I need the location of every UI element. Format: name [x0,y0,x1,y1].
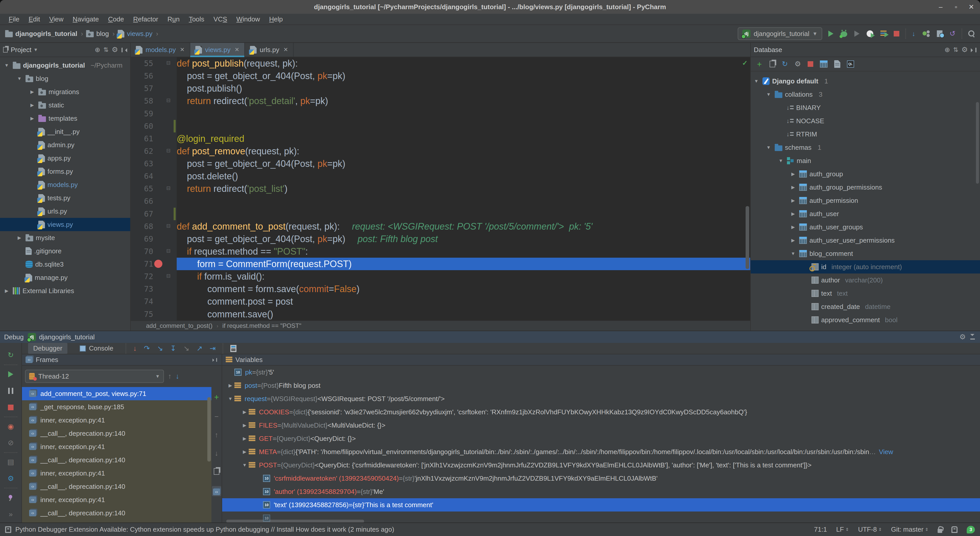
db-tree-item-blog_comment[interactable]: ▼blog_comment [751,247,980,260]
next-frame-icon[interactable]: ↓ [176,373,179,380]
chevron-icon[interactable]: ▶ [29,116,36,121]
variable-row[interactable]: ▼request = {WSGIRequest} <WSGIRequest: P… [222,392,980,405]
editor-scrollbar[interactable] [746,206,749,269]
step-out-icon[interactable]: ↗ [196,345,202,352]
frame-row[interactable]: ‹›inner, exception.py:41 [22,466,212,480]
ql-console-icon[interactable]: QL [847,60,854,68]
editor-line-69[interactable]: 69 post = get_object_or_404(Post, pk=pk)… [131,233,750,245]
debug-config-tab[interactable]: dj djangogirls_tutorial [28,333,95,341]
restore-layout-icon[interactable]: ▤ [0,454,21,471]
settings-icon[interactable]: ⚙ [0,471,21,487]
concurrency-diagram-icon[interactable] [880,31,886,37]
project-tree-item-db.sqlite3[interactable]: db.sqlite3 [0,258,130,271]
db-tree-item-created_date[interactable]: created_datedatetime [751,300,980,313]
frame-row[interactable]: ‹›__call__, deprecation.py:140 [22,480,212,493]
chevron-icon[interactable]: ▶ [240,422,249,428]
run-to-cursor-icon[interactable]: ⇥ [210,345,215,352]
chevron-icon[interactable]: ▶ [789,198,797,203]
step-into-icon[interactable]: ↘ [157,345,163,352]
db-tree-item-auth_permission[interactable]: ▶auth_permission [751,194,980,207]
breadcrumb-item[interactable]: blog› [86,30,116,38]
gutter[interactable]: 61 [131,132,177,145]
close-button[interactable]: ✕ [968,3,975,11]
db-tree-item-main[interactable]: ▼main [751,154,980,167]
project-tree-item-__init__.py[interactable]: __init__.py [0,125,130,138]
chevron-icon[interactable]: ▼ [789,251,797,256]
frame-row[interactable]: ‹›inner, exception.py:41 [22,414,212,427]
editor-tab-views.py[interactable]: views.py✕ [190,43,245,57]
chevron-icon[interactable]: ▼ [240,463,249,468]
editor-line-62[interactable]: 62⊟def post_remove(request, pk): [131,145,750,157]
gutter[interactable]: 57 [131,82,177,95]
fold-icon[interactable]: ⊟ [166,223,170,229]
thread-selector[interactable]: Thread-12 ▼ [25,369,164,383]
database-scrollbar[interactable] [976,102,979,184]
chevron-icon[interactable]: ▶ [240,449,249,455]
db-tree-item-RTRIM[interactable]: RTRIM [751,128,980,141]
db-tree-item-auth_group[interactable]: ▶auth_group [751,167,980,181]
collapse-all-icon[interactable]: ⇅ [103,46,108,53]
breadcrumb-item[interactable]: djangogirls_tutorial› [5,30,84,38]
debug-tab[interactable]: Debug [4,333,24,341]
gutter[interactable]: 67 [131,208,177,220]
breakpoint-icon[interactable] [154,260,162,268]
line-ending-widget[interactable]: LF⇕ [836,525,849,533]
db-tree-item-author[interactable]: authorvarchar(200) [751,273,980,287]
frame-row[interactable]: ‹›inner, exception.py:41 [22,440,212,454]
fold-icon[interactable]: ⊟ [166,273,170,279]
add-icon[interactable]: ＋ [756,59,763,69]
git-branch-widget[interactable]: Git: master⇕ [891,525,928,533]
editor-line-66[interactable]: 66 [131,195,750,208]
locate-icon[interactable]: ⊕ [945,46,950,54]
more-icon[interactable]: » [0,506,21,522]
pin-icon[interactable] [0,489,21,506]
editor-line-55[interactable]: 55⊟def post_publish(request, pk): [131,57,750,70]
variable-row[interactable]: 10pk = {str} '5' [222,366,980,379]
chevron-icon[interactable]: ▼ [765,92,772,97]
variable-row[interactable]: ▶FILES = {MultiValueDict} <MultiValueDic… [222,419,980,432]
mute-breakpoints-icon[interactable]: ⊘ [0,435,21,451]
editor-line-57[interactable]: 57 post.publish() [131,82,750,95]
run-with-coverage-icon[interactable] [854,31,859,37]
editor-line-70[interactable]: 70⊟ if request.method == "POST": [131,245,750,258]
menu-window[interactable]: Window [232,15,264,23]
step-into-my-code-icon[interactable]: ↧ [170,345,176,352]
editor-line-63[interactable]: 63 post = get_object_or_404(Post, pk=pk) [131,157,750,170]
gear-icon[interactable]: ⚙ [959,333,966,341]
menu-edit[interactable]: Edit [24,15,45,23]
editor-line-58[interactable]: 58⊟ return redirect('post_detail', pk=pk… [131,95,750,107]
frame-row[interactable]: ‹›_get_response, base.py:185 [22,400,212,414]
fold-icon[interactable]: ⊟ [166,147,170,154]
hector-inspector-icon[interactable] [951,526,958,533]
chevron-icon[interactable]: ▼ [765,145,772,150]
toolwindow-toggle-icon[interactable] [5,526,11,533]
db-tree-item-auth_user[interactable]: ▶auth_user [751,207,980,220]
rollback-icon[interactable]: ↺ [950,30,956,37]
threads-view-icon[interactable]: ‹› [213,488,220,495]
variable-row[interactable]: 10'csrfmiddlewaretoken' (139923459050424… [222,472,980,485]
editor-line-72[interactable]: 72⊟ if form.is_valid(): [131,270,750,283]
run-configuration-select[interactable]: dj djangogirls_tutorial ▼ [738,27,822,40]
gutter[interactable]: 63 [131,157,177,170]
search-everywhere-icon[interactable] [968,30,975,37]
gutter[interactable]: 66 [131,195,177,208]
db-tree-item-approved_comment[interactable]: approved_commentbool [751,313,980,327]
menu-help[interactable]: Help [264,15,287,23]
gutter[interactable]: 74 [131,295,177,308]
gear-icon[interactable]: ⚙ [111,46,118,53]
chevron-icon[interactable]: ▼ [753,79,760,84]
resume-icon[interactable] [0,366,21,383]
db-tree-item-Django default[interactable]: ▼Django default1 [751,75,980,88]
caret-position-widget[interactable]: 71:1 [814,525,827,533]
variable-row[interactable]: ▶GET = {QueryDict} <QueryDict: {}> [222,432,980,445]
gutter[interactable]: 56 [131,70,177,82]
db-tree-item-auth_group_permissions[interactable]: ▶auth_group_permissions [751,181,980,194]
fold-icon[interactable]: ⊟ [166,97,170,103]
editor-line-73[interactable]: 73 comment = form.save(commit=False) [131,283,750,295]
frame-row[interactable]: ‹›__call__, deprecation.py:140 [22,506,212,520]
editor-line-64[interactable]: 64 post.delete() [131,170,750,182]
gutter[interactable]: 68⊟ [131,220,177,233]
db-tree-item-NOCASE[interactable]: NOCASE [751,114,980,128]
editor-line-60[interactable]: 60 [131,120,750,132]
variable-row[interactable]: 10'author' (139923458829704) = {str} 'Me… [222,485,980,498]
